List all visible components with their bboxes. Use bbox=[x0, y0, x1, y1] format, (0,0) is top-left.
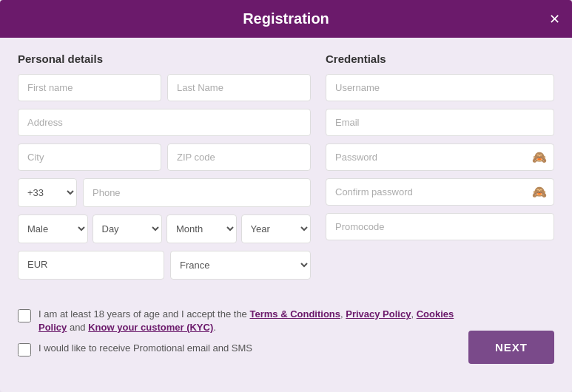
phone-code-select[interactable]: +33 bbox=[18, 178, 77, 207]
confirm-password-eye-icon[interactable]: 🙈 bbox=[532, 185, 547, 199]
promocode-group bbox=[326, 213, 554, 240]
period: . bbox=[213, 322, 216, 333]
next-button[interactable]: NEXT bbox=[468, 331, 554, 364]
terms-label: I am at least 18 years of age and I acce… bbox=[38, 308, 468, 334]
phone-input[interactable] bbox=[83, 178, 311, 207]
modal-title: Registration bbox=[243, 10, 329, 27]
confirm-password-input[interactable] bbox=[326, 178, 554, 206]
checkboxes-section: I am at least 18 years of age and I acce… bbox=[18, 308, 468, 364]
zip-input[interactable] bbox=[167, 143, 311, 171]
country-select[interactable]: France Germany Spain Italy bbox=[170, 251, 311, 280]
terms-conditions-link[interactable]: Terms & Conditions bbox=[249, 308, 340, 320]
password-input[interactable] bbox=[326, 143, 554, 171]
promo-label: I would like to receive Promotional emai… bbox=[38, 342, 252, 355]
last-name-input[interactable] bbox=[167, 74, 311, 101]
email-group bbox=[326, 109, 554, 136]
city-zip-group bbox=[18, 143, 311, 171]
password-group: 🙈 bbox=[326, 143, 554, 171]
name-group bbox=[18, 74, 311, 101]
personal-details-section: Personal details +33 Male bbox=[18, 53, 311, 287]
promocode-input[interactable] bbox=[326, 213, 554, 240]
currency-display: EUR bbox=[18, 251, 164, 280]
modal-header: Registration ✕ bbox=[0, 0, 572, 38]
terms-checkbox[interactable] bbox=[18, 309, 31, 322]
footer: I am at least 18 years of age and I acce… bbox=[0, 299, 572, 376]
terms-text-1: I am at least 18 years of age and I acce… bbox=[38, 308, 249, 320]
username-input[interactable] bbox=[326, 74, 554, 101]
close-button[interactable]: ✕ bbox=[549, 11, 560, 27]
confirm-password-group: 🙈 bbox=[326, 178, 554, 206]
dob-group: Male Female Other Day Month Year bbox=[18, 214, 311, 243]
password-wrapper: 🙈 bbox=[326, 143, 554, 171]
and-label: and bbox=[67, 322, 88, 333]
confirm-password-wrapper: 🙈 bbox=[326, 178, 554, 206]
personal-section-title: Personal details bbox=[18, 53, 311, 65]
registration-modal: Registration ✕ Personal details +33 bbox=[0, 0, 572, 392]
first-name-input[interactable] bbox=[18, 74, 161, 101]
comma2: , bbox=[411, 308, 416, 320]
privacy-policy-link[interactable]: Privacy Policy bbox=[346, 308, 411, 320]
address-group bbox=[18, 109, 311, 136]
city-input[interactable] bbox=[18, 143, 161, 171]
address-input[interactable] bbox=[18, 109, 311, 136]
phone-group: +33 bbox=[18, 178, 311, 207]
promo-checkbox-row: I would like to receive Promotional emai… bbox=[18, 342, 468, 356]
next-btn-wrapper: NEXT bbox=[468, 331, 554, 364]
modal-body: Personal details +33 Male bbox=[0, 38, 572, 299]
year-select[interactable]: Year bbox=[241, 214, 312, 243]
kyc-link[interactable]: Know your customer (KYC) bbox=[88, 322, 213, 333]
promo-checkbox[interactable] bbox=[18, 343, 31, 356]
month-select[interactable]: Month bbox=[166, 214, 237, 243]
day-select[interactable]: Day bbox=[92, 214, 163, 243]
credentials-section-title: Credentials bbox=[326, 53, 554, 65]
password-eye-icon[interactable]: 🙈 bbox=[532, 150, 547, 164]
email-input[interactable] bbox=[326, 109, 554, 136]
terms-checkbox-row: I am at least 18 years of age and I acce… bbox=[18, 308, 468, 334]
currency-country-group: EUR France Germany Spain Italy bbox=[18, 251, 311, 280]
footer-content: I am at least 18 years of age and I acce… bbox=[18, 308, 554, 364]
username-group bbox=[326, 74, 554, 101]
gender-select[interactable]: Male Female Other bbox=[18, 214, 88, 243]
credentials-section: Credentials 🙈 🙈 bbox=[326, 53, 554, 287]
